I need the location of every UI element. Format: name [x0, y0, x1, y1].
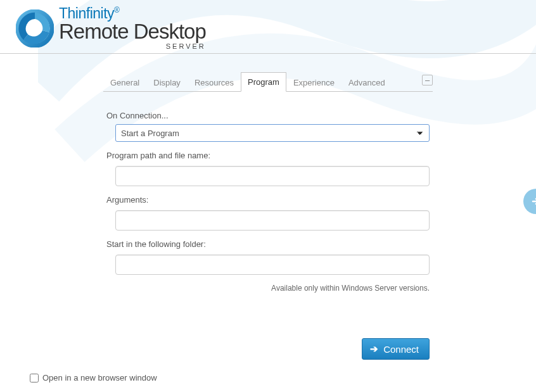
on-connection-label: On Connection... — [106, 111, 430, 120]
logo-remote-desktop-text: Remote Desktop — [59, 21, 206, 42]
logo: Thinfinity® Remote Desktop SERVER — [16, 6, 520, 50]
tab-resources[interactable]: Resources — [188, 73, 241, 92]
program-form: On Connection... Start a Program Program… — [103, 92, 433, 360]
logo-mark-icon — [16, 9, 54, 47]
tab-experience[interactable]: Experience — [286, 73, 341, 92]
arguments-input[interactable] — [115, 210, 430, 231]
tab-display[interactable]: Display — [146, 73, 188, 92]
side-expand-button[interactable] — [523, 189, 536, 214]
tab-advanced[interactable]: Advanced — [341, 73, 392, 92]
program-path-input[interactable] — [115, 166, 430, 186]
tab-program[interactable]: Program — [241, 72, 286, 92]
arguments-label: Arguments: — [106, 195, 430, 205]
open-new-window-row[interactable]: Open in a new browser window — [30, 373, 157, 383]
program-path-label: Program path and file name: — [106, 151, 430, 160]
tabs-row: General Display Resources Program Experi… — [103, 72, 433, 92]
main-content: General Display Resources Program Experi… — [103, 72, 433, 360]
arrow-right-icon: ➔ — [370, 343, 378, 355]
start-folder-input[interactable] — [115, 255, 430, 275]
on-connection-select[interactable]: Start a Program — [115, 124, 430, 142]
header: Thinfinity® Remote Desktop SERVER — [0, 0, 536, 54]
start-folder-label: Start in the following folder: — [106, 239, 430, 249]
connect-button-label: Connect — [383, 344, 419, 355]
open-new-window-label: Open in a new browser window — [42, 373, 157, 383]
form-note: Available only within Windows Server ver… — [106, 284, 430, 293]
arrow-right-icon — [531, 196, 536, 206]
connect-button[interactable]: ➔ Connect — [362, 338, 430, 360]
tab-general[interactable]: General — [103, 73, 146, 92]
logo-registered-mark: ® — [114, 6, 119, 15]
open-new-window-checkbox[interactable] — [30, 374, 39, 383]
collapse-button[interactable]: – — [422, 75, 433, 85]
logo-server-text: SERVER — [59, 43, 206, 50]
